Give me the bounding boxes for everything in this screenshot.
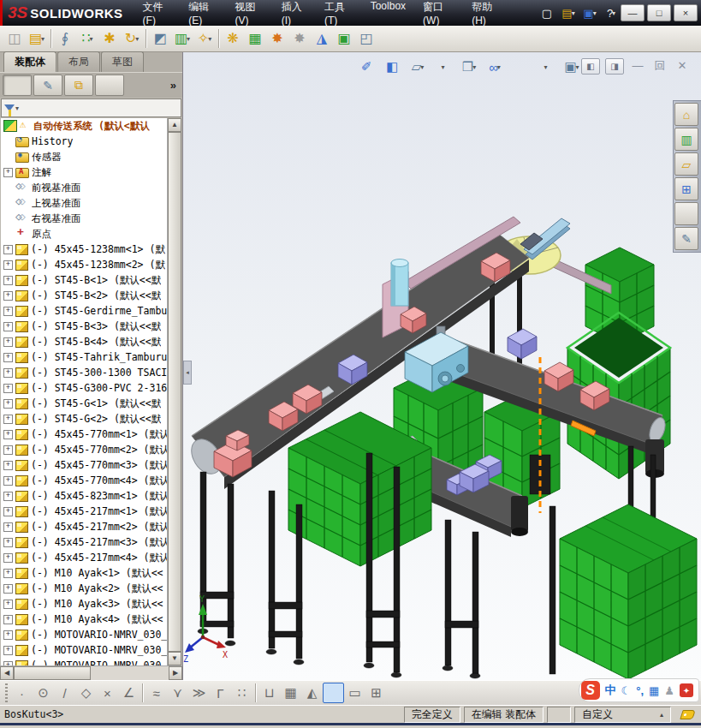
- tree-item[interactable]: + (-) ST45-G300-PVC 2-316: [1, 380, 168, 396]
- split-pane-right-icon[interactable]: ◨: [605, 58, 624, 75]
- shaded-view-icon[interactable]: [323, 683, 344, 703]
- tree-item[interactable]: + (-) 45x45-217mm<2> (默认: [1, 519, 168, 534]
- dropdown-caret-icon[interactable]: ▾: [187, 35, 190, 43]
- tree-item[interactable]: + (-) ST45-B<4> (默认<<默: [1, 334, 168, 349]
- menu-item[interactable]: 插入(I): [274, 0, 315, 29]
- expand-toggle[interactable]: +: [3, 630, 13, 640]
- panel-collapse-arrow[interactable]: ◂: [183, 361, 192, 385]
- panel-tab[interactable]: 装配体: [3, 51, 56, 72]
- help-icon[interactable]: ? ▾: [602, 4, 621, 21]
- dropdown-caret-icon[interactable]: ▾: [593, 9, 597, 17]
- design-library-icon[interactable]: ▥: [674, 128, 698, 151]
- split-pane-left-icon[interactable]: ◧: [581, 58, 600, 75]
- tree-item[interactable]: + (-) M10 Ayak<2> (默认<<: [1, 581, 168, 596]
- cyan-cylinder[interactable]: [391, 260, 408, 307]
- linear-component-pattern-icon[interactable]: ∷ ▾: [76, 28, 98, 50]
- tree-item[interactable]: + (-) ST45-B<2> (默认<<默: [1, 288, 168, 303]
- show-hidden-components-icon[interactable]: ◩ ▾: [149, 28, 171, 50]
- assembly-xpert-icon[interactable]: ▣ ▾: [333, 28, 355, 50]
- mate-icon[interactable]: ∮ ▾: [54, 28, 76, 50]
- graphics-viewport[interactable]: Y Z X ▾ ▾ ✐ ▾: [183, 52, 701, 680]
- scroll-thumb[interactable]: [14, 666, 91, 680]
- expand-toggle[interactable]: +: [3, 600, 13, 609]
- dynamic-view-icon[interactable]: ✐ ▾: [354, 57, 378, 77]
- expand-toggle[interactable]: +: [3, 337, 13, 347]
- tree-item[interactable]: + (-) 45x45-217mm<4> (默认: [1, 550, 168, 565]
- display-style-icon[interactable]: ❒ ▾: [457, 57, 481, 77]
- exploded-view-icon[interactable]: ✸ ▾: [266, 28, 288, 50]
- new-motion-study-icon[interactable]: ❋ ▾: [222, 28, 244, 50]
- linear-sketch-pattern-icon[interactable]: ∷: [231, 683, 252, 703]
- minimize-doc-icon[interactable]: —: [629, 58, 646, 73]
- scroll-left-arrow[interactable]: ◀: [0, 666, 14, 680]
- tree-item[interactable]: + (-) ST45-B<3> (默认<<默: [1, 319, 168, 334]
- close-doc-icon[interactable]: ✕: [674, 58, 691, 73]
- sogou-logo-icon[interactable]: S: [581, 681, 600, 700]
- expand-toggle[interactable]: +: [3, 646, 13, 655]
- expand-toggle[interactable]: +: [3, 322, 13, 331]
- expand-toggle[interactable]: +: [3, 245, 13, 254]
- split-window-icon[interactable]: ▭: [344, 683, 365, 703]
- filter-funnel-icon[interactable]: [4, 104, 15, 111]
- tree-item[interactable]: + (-) M10 Ayak<3> (默认<<: [1, 596, 168, 612]
- menu-item[interactable]: Toolbox: [363, 0, 413, 29]
- file-explorer-icon[interactable]: ▱: [674, 152, 698, 176]
- make-block-icon[interactable]: ◭: [301, 683, 323, 703]
- expand-toggle[interactable]: +: [3, 615, 13, 624]
- overflow-chevron[interactable]: »: [170, 79, 180, 92]
- propertymanager-tab-icon[interactable]: ✎: [33, 75, 62, 96]
- tree-item[interactable]: + (-) ST45-G<2> (默认<<默: [1, 411, 168, 427]
- view-settings-icon[interactable]: ▣ ▾: [560, 57, 584, 77]
- expand-toggle[interactable]: +: [3, 569, 13, 578]
- tree-item[interactable]: + History: [1, 134, 168, 149]
- custom-properties-icon[interactable]: ✎: [674, 227, 698, 250]
- new-document-icon[interactable]: ▢ ▾: [538, 4, 556, 21]
- dropdown-caret-icon[interactable]: ▾: [208, 35, 211, 43]
- dropdown-caret-icon[interactable]: ▾: [572, 9, 575, 17]
- menu-item[interactable]: 编辑(E): [181, 0, 225, 29]
- bill-of-materials-icon[interactable]: ▦ ▾: [244, 28, 266, 50]
- scroll-up-arrow[interactable]: ▲: [168, 118, 181, 132]
- tree-item[interactable]: + (-) ST45-300-1300 TSACI: [1, 365, 168, 380]
- design-table-icon[interactable]: ⊞: [365, 683, 387, 703]
- minimize-button[interactable]: —: [621, 4, 645, 21]
- expand-toggle[interactable]: +: [3, 492, 13, 501]
- open-part-icon[interactable]: ▤ ▾: [26, 28, 48, 50]
- tree-item[interactable]: + (-) MOTOVARIO-NMRV_030_: [1, 627, 168, 642]
- instant3d-icon[interactable]: ◰ ▾: [355, 28, 377, 50]
- menu-item[interactable]: 帮助(H): [464, 0, 509, 29]
- tree-item[interactable]: + (-) 45x45-770mm<1> (默认: [1, 427, 168, 442]
- tree-item[interactable]: + 右视基准面: [1, 211, 168, 226]
- dropdown-caret-icon[interactable]: ▾: [472, 63, 476, 71]
- displaymanager-tab-icon[interactable]: [95, 75, 124, 96]
- tree-item[interactable]: + (-) ST45-Tahrik_Tamburu: [1, 349, 168, 365]
- expand-toggle[interactable]: +: [3, 260, 13, 270]
- spline-icon[interactable]: ≈: [146, 683, 167, 703]
- dropdown-caret-icon[interactable]: ▾: [441, 63, 444, 71]
- tree-item[interactable]: + (-) ST45-B<1> (默认<<默: [1, 272, 168, 288]
- interference-detection-icon[interactable]: ◮ ▾: [311, 28, 333, 50]
- tree-item[interactable]: + 原点: [1, 226, 168, 242]
- dropdown-caret-icon[interactable]: ▾: [612, 9, 615, 17]
- reference-geometry-icon[interactable]: ✧ ▾: [193, 28, 216, 50]
- open-document-icon[interactable]: ▤ ▾: [559, 4, 578, 21]
- scroll-right-arrow[interactable]: ▶: [169, 666, 182, 680]
- tree-item[interactable]: + (-) 45x45-1238mm<2> (默: [1, 257, 168, 272]
- expand-toggle[interactable]: +: [3, 584, 13, 594]
- view-orientation-sheet-icon[interactable]: ▱ ▾: [406, 57, 430, 77]
- expand-toggle[interactable]: +: [3, 415, 13, 424]
- section-view-icon[interactable]: ◧ ▾: [380, 57, 404, 77]
- edit-appearance-icon[interactable]: ▾: [508, 57, 532, 77]
- tree-item[interactable]: + 前视基准面: [1, 180, 168, 195]
- dropdown-caret-icon[interactable]: ▾: [135, 35, 139, 43]
- panel-tab[interactable]: 布局: [57, 51, 100, 72]
- solidworks-resources-icon[interactable]: ⌂: [674, 103, 698, 126]
- configurationmanager-tab-icon[interactable]: ⧉: [64, 75, 93, 96]
- restore-doc-icon[interactable]: 回: [651, 58, 668, 73]
- tree-item[interactable]: + 注解: [1, 164, 168, 180]
- tree-item[interactable]: + (-) M10 Ayak<1> (默认<<: [1, 565, 168, 581]
- tree-item[interactable]: + (-) 45x45-1238mm<1> (默: [1, 242, 168, 257]
- expand-toggle[interactable]: +: [3, 538, 13, 547]
- toolbar-grip[interactable]: [5, 683, 8, 702]
- filter-caret-icon[interactable]: ▾: [15, 104, 19, 112]
